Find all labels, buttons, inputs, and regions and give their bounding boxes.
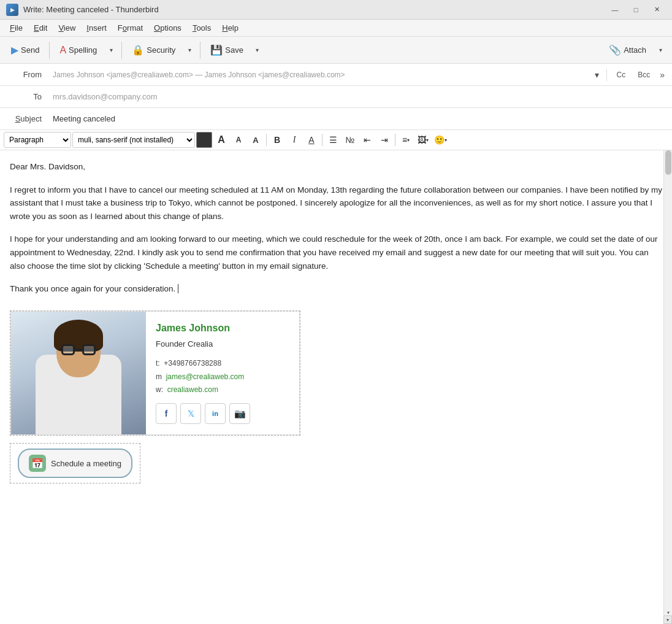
fmt-sep-3 (395, 134, 395, 146)
scrollbar-thumb[interactable] (665, 150, 671, 175)
scroll-down-arrow[interactable]: ▾ (665, 609, 671, 615)
bullet-list-button[interactable]: ☰ (325, 132, 341, 148)
menu-options[interactable]: Options (149, 21, 186, 34)
linkedin-button[interactable]: in (205, 403, 226, 424)
send-button[interactable]: ▶ Send (5, 41, 45, 59)
emoji-button[interactable]: 🙂▾ (432, 132, 448, 148)
subject-input[interactable] (49, 112, 672, 126)
attach-icon: 📎 (609, 44, 621, 56)
toolbar-separator-1 (49, 42, 50, 59)
color-swatch[interactable] (196, 132, 212, 148)
menu-insert[interactable]: Insert (82, 21, 112, 34)
attach-button[interactable]: 📎 Attach (603, 41, 652, 59)
align-button[interactable]: ≡▾ (398, 132, 414, 148)
calendar-icon: 📅 (29, 455, 46, 472)
menu-format[interactable]: Format (113, 21, 148, 34)
body-paragraph-2: I hope for your understanding and am loo… (10, 233, 662, 272)
twitter-button[interactable]: 𝕏 (180, 403, 201, 424)
underline-button[interactable]: A (304, 132, 319, 148)
sig-email[interactable]: james@crealiaweb.com (166, 372, 245, 381)
attach-dropdown[interactable]: ▾ (654, 40, 667, 60)
indent-button[interactable]: ⇥ (376, 132, 392, 148)
fmt-sep-2 (322, 134, 323, 146)
title-bar: ▶ Write: Meeting canceled - Thunderbird … (0, 0, 672, 20)
bcc-button[interactable]: Bcc (633, 69, 655, 80)
to-row: To (0, 86, 672, 108)
cc-button[interactable]: Cc (612, 69, 631, 80)
scrollbar-bottom-button[interactable]: ▾ (663, 615, 672, 624)
to-input[interactable] (49, 90, 672, 104)
menu-file[interactable]: File (5, 21, 28, 34)
menu-help[interactable]: Help (217, 21, 243, 34)
window-controls: — □ ✕ (606, 4, 666, 16)
subject-row: Subject (0, 108, 672, 130)
font-size-button[interactable]: A (248, 132, 264, 148)
sig-website[interactable]: crealiaweb.com (167, 385, 218, 394)
email-content: Dear Mrs. Davidson, I regret to inform y… (0, 150, 672, 518)
format-toolbar: Paragraph muli, sans-serif (not installe… (0, 130, 672, 150)
save-dropdown[interactable]: ▾ (251, 40, 264, 60)
body-paragraph-1: I regret to inform you that I have to ca… (10, 183, 662, 223)
compose-window: From ▾ Cc Bcc » To Subject Paragraph mul… (0, 64, 672, 624)
font-shrink-button[interactable]: A (231, 132, 246, 148)
security-dropdown[interactable]: ▾ (183, 40, 196, 60)
signature-block: James Johnson Founder Crealia t: +349876… (10, 310, 300, 436)
send-icon: ▶ (11, 44, 18, 56)
spelling-dropdown[interactable]: ▾ (104, 40, 118, 60)
schedule-meeting-button[interactable]: 📅 Schedule a meeting (18, 449, 132, 478)
outdent-button[interactable]: ⇤ (359, 132, 375, 148)
italic-button[interactable]: I (286, 132, 302, 148)
sig-contact: t: +3498766738288 m james@crealiaweb.com… (156, 357, 289, 397)
to-label: To (0, 92, 49, 101)
instagram-button[interactable]: 📷 (229, 403, 250, 424)
app-icon: ▶ (6, 4, 18, 16)
save-button[interactable]: 💾 Save (204, 41, 250, 59)
sig-title: Founder Crealia (156, 338, 289, 351)
fmt-sep-1 (266, 134, 267, 146)
menu-edit[interactable]: Edit (29, 21, 52, 34)
sig-social: f 𝕏 in 📷 (156, 403, 289, 424)
greeting: Dear Mrs. Davidson, (10, 160, 662, 174)
schedule-area: 📅 Schedule a meeting (10, 443, 140, 483)
paragraph-style-select[interactable]: Paragraph (4, 132, 71, 148)
font-grow-button[interactable]: A (213, 132, 229, 148)
security-icon: 🔒 (132, 44, 144, 56)
close-button[interactable]: ✕ (647, 4, 666, 16)
closing: Thank you once again for your considerat… (10, 282, 662, 296)
window-title: Write: Meeting canceled - Thunderbird (23, 5, 606, 14)
from-row: From ▾ Cc Bcc » (0, 64, 672, 86)
from-actions: ▾ Cc Bcc » (592, 67, 672, 82)
menu-view[interactable]: View (53, 21, 80, 34)
menu-tools[interactable]: Tools (188, 21, 216, 34)
more-fields-button[interactable]: » (657, 67, 667, 82)
toolbar-right: 📎 Attach ▾ (603, 40, 667, 60)
toolbar-separator-3 (200, 42, 200, 59)
toolbar: ▶ Send A Spelling ▾ 🔒 Security ▾ 💾 Save … (0, 37, 672, 64)
from-input[interactable] (49, 68, 592, 82)
toolbar-separator-2 (121, 42, 122, 59)
scrollbar-track[interactable]: ▾ ▾ (663, 150, 672, 624)
spelling-button[interactable]: A Spelling (53, 42, 103, 59)
security-button[interactable]: 🔒 Security (126, 41, 181, 59)
signature-info: James Johnson Founder Crealia t: +349876… (146, 312, 299, 434)
maximize-button[interactable]: □ (627, 4, 645, 16)
facebook-button[interactable]: f (156, 403, 177, 424)
font-select[interactable]: muli, sans-serif (not installed) (72, 132, 195, 148)
sig-name: James Johnson (156, 320, 289, 336)
from-label: From (0, 70, 49, 79)
subject-label: Subject (0, 114, 49, 123)
save-icon: 💾 (210, 44, 223, 56)
numbered-list-button[interactable]: № (342, 132, 358, 148)
signature-inner: James Johnson Founder Crealia t: +349876… (10, 311, 300, 435)
email-body[interactable]: Dear Mrs. Davidson, I regret to inform y… (0, 150, 672, 624)
from-dropdown[interactable]: ▾ (592, 67, 601, 82)
bold-button[interactable]: B (269, 132, 285, 148)
minimize-button[interactable]: — (606, 4, 624, 16)
image-button[interactable]: 🖼▾ (415, 132, 431, 148)
menu-bar: File Edit View Insert Format Options Too… (0, 20, 672, 37)
spelling-icon: A (59, 45, 66, 56)
signature-photo (11, 312, 146, 434)
